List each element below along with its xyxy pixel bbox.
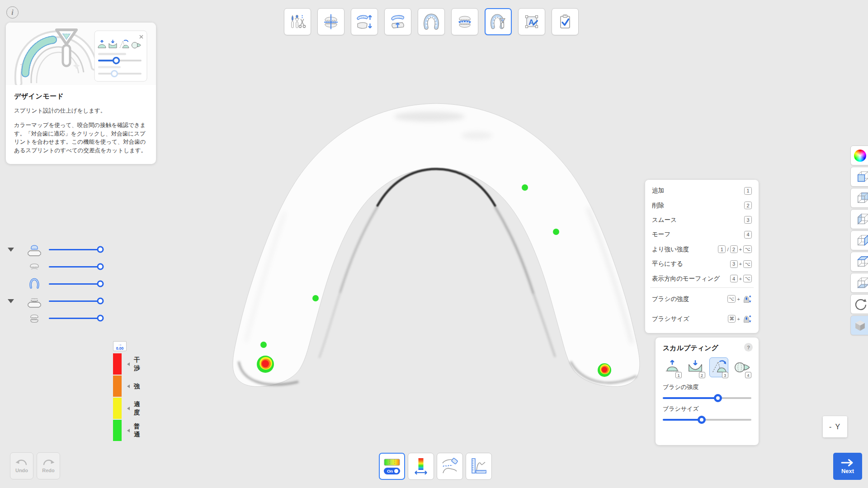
shortcut-label: 追加 <box>652 187 664 195</box>
collapse-arrow-icon[interactable] <box>8 248 14 252</box>
sculpt-add-button[interactable]: 1 <box>663 357 682 377</box>
view-cube-left-icon <box>854 210 868 228</box>
key-cap: 3 <box>744 216 752 224</box>
toggle-knob <box>394 469 398 473</box>
opacity-slider-maxilla-cast[interactable] <box>49 249 100 250</box>
colormap-range-icon <box>412 457 430 475</box>
reset-rotation-button[interactable] <box>850 294 868 314</box>
both-teeth-icon[interactable] <box>25 310 43 326</box>
occlusion-contact-icon <box>456 13 474 31</box>
key-cap: 1 <box>718 245 726 253</box>
view-cube-bottom-icon <box>854 274 868 292</box>
design-sculpt-icon <box>489 13 507 31</box>
collapse-arrow-icon[interactable] <box>8 299 14 303</box>
toolbar-design-sculpt[interactable] <box>485 8 512 35</box>
slider-handle[interactable] <box>97 315 104 322</box>
opacity-slider-upper-teeth[interactable] <box>49 266 100 267</box>
toolbar-insertion-lift[interactable] <box>384 8 411 35</box>
sculpting-title: スカルプティング <box>663 344 751 352</box>
mandible-cast-icon[interactable] <box>25 293 43 309</box>
opacity-slider-splint-arch[interactable] <box>49 283 100 285</box>
model-color-wheel-button[interactable] <box>850 145 868 165</box>
slider-handle[interactable] <box>97 246 104 253</box>
rotate-icon <box>854 297 868 311</box>
legend-color-4 <box>113 420 122 441</box>
isometric-view-button[interactable] <box>850 315 868 335</box>
view-cube-front-icon <box>854 168 868 186</box>
help-icon[interactable]: ? <box>744 343 753 352</box>
key-badge: 3 <box>722 372 728 378</box>
occlusion-midline-icon <box>322 13 340 31</box>
adapt-antagonist-icon <box>441 457 459 475</box>
measure-distance-button[interactable] <box>466 453 492 480</box>
shortcut-row: モーフ 4 <box>652 227 752 242</box>
adapt-antagonist-button[interactable] <box>437 453 463 480</box>
view-cube-front-button[interactable] <box>850 167 868 187</box>
key-cap: ⌥ <box>743 275 752 282</box>
legend-color-1 <box>113 353 122 375</box>
orientation-indicator[interactable]: - Y <box>823 416 847 437</box>
toolbar-vertical-gap[interactable] <box>351 8 378 35</box>
toolbar-annotate-label[interactable]: A <box>518 8 545 35</box>
shortcut-row: 表示方向のモーフィング 4+⌥ <box>652 271 752 286</box>
colormap-toggle-button[interactable]: On <box>379 453 405 480</box>
splint-arch-icon[interactable] <box>25 276 43 291</box>
key-cap: 1 <box>744 187 752 195</box>
triangle-left-icon <box>127 429 130 432</box>
toolbar-occlusion-midline[interactable] <box>317 8 344 35</box>
view-cube-back-button[interactable] <box>850 188 868 208</box>
toolbar-trim-tools[interactable] <box>284 8 311 35</box>
splint-model[interactable] <box>233 103 640 387</box>
triangle-left-icon <box>127 385 130 388</box>
key-badge: 2 <box>699 372 705 378</box>
shortcut-row: 削除 2 <box>652 198 752 212</box>
layer-row-mandible-cast <box>0 292 108 310</box>
colormap-range-button[interactable] <box>408 453 434 480</box>
slider-2[interactable] <box>663 419 751 421</box>
opacity-slider-both-teeth[interactable] <box>49 318 100 319</box>
shortcut-row: より強い強度 1/2+⌥ <box>652 242 752 257</box>
shortcut-row: 平らにする 3+⌥ <box>652 257 752 271</box>
maxilla-cast-icon[interactable] <box>25 242 43 257</box>
colormap-bar-icon <box>384 459 400 466</box>
annotate-label-icon: A <box>523 13 541 31</box>
slider-handle[interactable] <box>698 416 706 424</box>
colormap-threshold-badge[interactable]: → 0.00 <box>113 341 127 351</box>
key-separator: + <box>739 247 742 252</box>
opacity-slider-mandible-cast[interactable] <box>49 300 100 302</box>
view-cube-right-icon <box>854 231 868 249</box>
toolbar-occlusion-contact[interactable] <box>451 8 478 35</box>
sculpt-morph-button[interactable]: 3 <box>709 357 728 377</box>
arrow-right-icon <box>841 459 854 467</box>
slider-handle[interactable] <box>714 394 722 402</box>
sculpt-remove-button[interactable]: 2 <box>686 357 705 377</box>
key-separator: / <box>727 247 728 252</box>
slider-handle[interactable] <box>97 263 104 270</box>
slider-handle[interactable] <box>97 298 104 305</box>
upper-teeth-icon[interactable] <box>25 259 43 274</box>
view-cube-top-button[interactable] <box>850 252 868 272</box>
triangle-left-icon <box>127 362 130 366</box>
next-button[interactable]: Next <box>833 453 862 480</box>
tutorial-line1: スプリント設計の仕上げをします。 <box>14 107 147 115</box>
on-toggle[interactable]: On <box>384 468 400 474</box>
view-cube-bottom-button[interactable] <box>850 273 868 293</box>
view-cube-right-button[interactable] <box>850 230 868 250</box>
view-cube-top-icon <box>854 253 868 271</box>
shortcut-row: ブラシの強度 ⌥+ <box>652 289 752 309</box>
key-separator: + <box>739 261 742 267</box>
slider-handle[interactable] <box>97 281 104 287</box>
view-cube-left-button[interactable] <box>850 209 868 229</box>
redo-button[interactable]: Redo <box>37 452 60 479</box>
undo-button[interactable]: Undo <box>10 452 33 479</box>
shortcut-label: 削除 <box>652 202 664 210</box>
sculpt-smooth-button[interactable]: 4 <box>732 357 751 377</box>
toolbar-splint-outline[interactable] <box>418 8 445 35</box>
key-badge: 4 <box>745 372 751 378</box>
tutorial-panel: デザインモード スプリント設計の仕上げをします。 カラーマップを使って、咬合間の… <box>6 23 156 164</box>
toolbar-final-check[interactable] <box>552 8 579 35</box>
info-icon[interactable]: i <box>6 6 19 19</box>
splint-outline-icon <box>422 13 440 31</box>
slider-1[interactable] <box>663 397 751 399</box>
key-cap: 4 <box>744 231 752 239</box>
